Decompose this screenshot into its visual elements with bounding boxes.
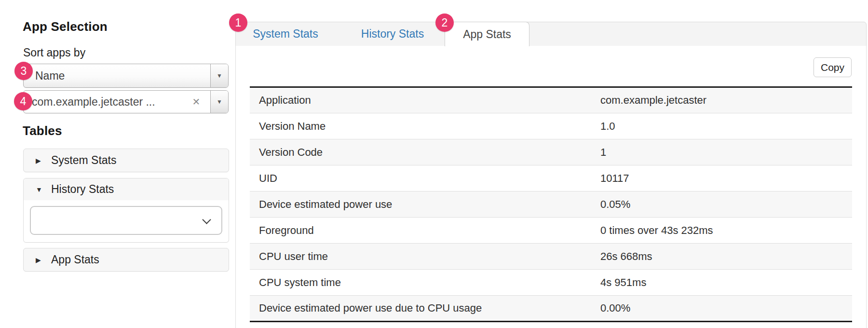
row-label: Application [250,87,592,113]
row-label: Version Name [250,113,592,139]
row-label: Version Code [250,139,592,165]
annotation-marker-3: 3 [14,62,33,80]
tab-strip [235,22,867,46]
row-label: CPU user time [250,244,592,270]
table-row: CPU system time 4s 951ms [250,270,852,296]
tab-app-stats[interactable]: App Stats [445,22,529,46]
row-value: 0 times over 43s 232ms [592,218,852,244]
accordion-system-stats[interactable]: ▶ System Stats [23,149,229,172]
collapsed-arrow-icon: ▶ [36,256,46,264]
row-value: 0.00% [592,296,852,322]
row-value: 26s 668ms [592,244,852,270]
tables-title: Tables [23,123,62,138]
table-row: UID 10117 [250,165,852,191]
table-row: Version Code 1 [250,139,852,165]
table-row: Version Name 1.0 [250,113,852,139]
table-row: CPU user time 26s 668ms [250,244,852,270]
accordion-label: System Stats [51,154,116,167]
sort-apps-by-label: Sort apps by [23,46,85,59]
row-label: CPU system time [250,270,592,296]
row-label: UID [250,165,592,191]
expanded-arrow-icon: ▼ [36,186,46,193]
app-selection-title: App Selection [23,19,108,34]
history-metric-select[interactable] [30,206,222,235]
table-row: Device estimated power use due to CPU us… [250,296,852,322]
row-value: com.example.jetcaster [592,87,852,113]
collapsed-arrow-icon: ▶ [36,157,46,164]
row-label: Device estimated power use [250,191,592,218]
table-row: Application com.example.jetcaster [250,87,852,113]
row-label: Device estimated power use due to CPU us… [250,296,592,322]
copy-button[interactable]: Copy [814,57,852,77]
battery-historian-screen: App Selection Sort apps by Name ▼ com.ex… [0,0,868,328]
row-value: 4s 951ms [592,270,852,296]
accordion-history-stats[interactable]: ▼ History Stats [23,178,229,243]
row-label: Foreground [250,218,592,244]
annotation-marker-4: 4 [14,92,32,110]
tab-history-stats[interactable]: History Stats [354,22,431,46]
app-filter-value: com.example.jetcaster ... [24,91,155,113]
annotation-marker-2: 2 [435,14,454,32]
row-value: 10117 [592,165,852,191]
accordion-app-stats[interactable]: ▶ App Stats [23,248,229,272]
dropdown-arrow-icon[interactable]: ▼ [210,91,228,113]
row-value: 1 [592,139,852,165]
clear-icon[interactable]: ✕ [190,91,203,113]
annotation-marker-1: 1 [229,14,247,32]
dropdown-arrow-icon[interactable]: ▼ [210,64,228,87]
tab-system-stats[interactable]: System Stats [247,22,324,46]
accordion-app-stats-header[interactable]: ▶ App Stats [24,248,229,271]
chevron-down-icon [202,215,211,224]
app-filter-combobox[interactable]: com.example.jetcaster ... ✕ ▼ [23,90,229,113]
table-row: Foreground 0 times over 43s 232ms [250,218,852,244]
table-row: Device estimated power use 0.05% [250,191,852,218]
accordion-system-stats-header[interactable]: ▶ System Stats [24,149,229,172]
row-value: 0.05% [592,191,852,218]
sort-apps-select[interactable]: Name ▼ [23,64,229,88]
accordion-label: App Stats [51,253,99,266]
accordion-history-stats-header[interactable]: ▼ History Stats [24,178,229,200]
row-value: 1.0 [592,113,852,139]
accordion-label: History Stats [51,183,114,196]
app-stats-table: Application com.example.jetcaster Versio… [250,86,852,322]
